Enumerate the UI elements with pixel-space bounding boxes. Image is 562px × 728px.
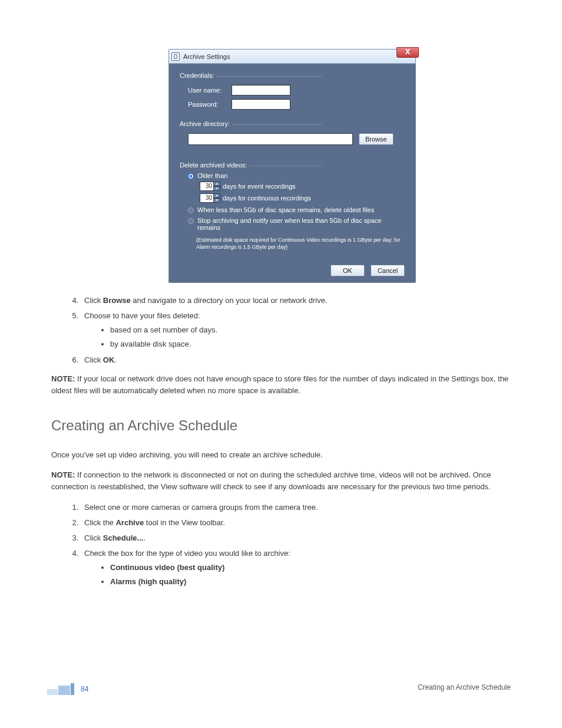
radio-delete-oldest[interactable]: [188, 207, 194, 213]
document-body: Click Browse and navigate to a directory…: [51, 295, 511, 595]
list-item: Check the box for the type of video you …: [81, 548, 511, 588]
cont-days-up[interactable]: ▲: [214, 193, 220, 198]
close-button[interactable]: X: [396, 47, 419, 58]
page-footer: 84 Creating an Archive Schedule: [0, 683, 562, 696]
cont-days-down[interactable]: ▼: [214, 198, 220, 203]
radio-delete-oldest-label: When less than 5Gb of disc space remains…: [197, 206, 374, 213]
credentials-legend: Credentials:: [180, 72, 217, 79]
archive-directory-group: Archive directory: Browse: [180, 120, 405, 145]
radio-stop-archiving[interactable]: [188, 218, 194, 224]
list-item: Choose to have your files deleted: based…: [81, 310, 511, 350]
list-item: Click Schedule....: [81, 532, 511, 544]
delete-group: Delete archived videos: Older than 30 ▲ …: [180, 162, 405, 251]
password-label: Password:: [188, 101, 232, 108]
list-item: based on a set number of days.: [110, 324, 511, 336]
credentials-group: Credentials: User name: Password:: [180, 72, 405, 110]
event-days-down[interactable]: ▼: [214, 186, 220, 191]
cont-days-input[interactable]: 30: [200, 193, 214, 203]
delete-legend: Delete archived videos:: [180, 162, 249, 169]
note-paragraph: NOTE: If your local or network drive doe…: [51, 373, 511, 397]
archive-settings-dialog: Archive Settings X Credentials: User nam…: [168, 49, 416, 283]
note-paragraph: NOTE: If connection to the network is di…: [51, 469, 511, 493]
browse-button[interactable]: Browse: [359, 133, 394, 145]
disk-space-estimate: (Estimated disk space required for Conti…: [196, 237, 405, 251]
event-days-stepper[interactable]: 30 ▲ ▼: [200, 182, 220, 191]
event-days-suffix: days for event recordings: [223, 183, 296, 190]
heading-creating-archive-schedule: Creating an Archive Schedule: [51, 414, 511, 436]
dialog-titlebar[interactable]: Archive Settings X: [169, 50, 415, 64]
ok-button[interactable]: OK: [330, 265, 365, 276]
radio-stop-archiving-label: Stop archiving and notify user when less…: [197, 217, 405, 231]
event-days-up[interactable]: ▲: [214, 182, 220, 186]
paragraph: Once you've set up video archiving, you …: [51, 449, 511, 461]
footer-logo-icon: [47, 683, 75, 695]
list-item: Click OK.: [81, 354, 511, 366]
archive-directory-input[interactable]: [188, 133, 353, 145]
password-input[interactable]: [232, 99, 290, 110]
list-item: Click the Archive tool in the View toolb…: [81, 517, 511, 529]
cont-days-stepper[interactable]: 30 ▲ ▼: [200, 193, 220, 203]
list-item: Alarms (high quality): [110, 576, 511, 588]
list-item: Click Browse and navigate to a directory…: [81, 295, 511, 307]
username-label: User name:: [188, 87, 232, 94]
dialog-body: Credentials: User name: Password: Archiv…: [169, 64, 415, 282]
username-input[interactable]: [232, 85, 290, 95]
footer-section-title: Creating an Archive Schedule: [418, 683, 511, 691]
archive-directory-legend: Archive directory:: [180, 120, 232, 127]
event-days-input[interactable]: 30: [200, 182, 214, 191]
page-number: 84: [81, 685, 88, 693]
radio-older-than-label: Older than: [197, 172, 227, 179]
cancel-button[interactable]: Cancel: [371, 265, 405, 276]
cont-days-suffix: days for continuous recordings: [223, 195, 311, 202]
list-item: Continuous video (best quality): [110, 562, 511, 574]
list-item: Select one or more cameras or camera gro…: [81, 502, 511, 513]
dialog-title: Archive Settings: [183, 53, 230, 60]
list-item: by available disk space.: [110, 338, 511, 350]
radio-older-than[interactable]: [188, 173, 194, 179]
app-icon: [171, 52, 180, 61]
